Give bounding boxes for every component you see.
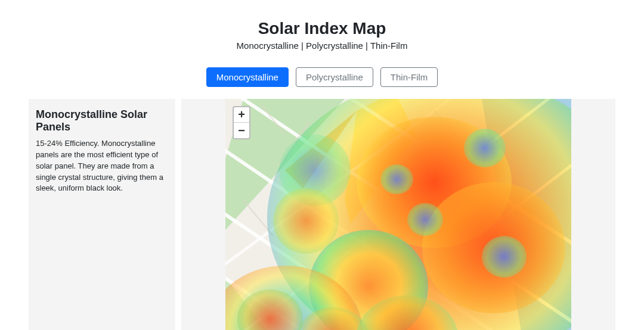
map-panel: + − — [181, 99, 615, 330]
zoom-in-button[interactable]: + — [234, 107, 249, 123]
tab-monocrystalline[interactable]: Monocrystalline — [206, 67, 289, 87]
heatmap-overlay — [225, 99, 571, 330]
heatmap-map[interactable]: + − — [225, 99, 571, 330]
page-title: Solar Index Map — [10, 19, 634, 38]
info-sidebar: Monocrystalline Solar Panels 15-24% Effi… — [29, 99, 175, 330]
zoom-out-button[interactable]: − — [234, 123, 249, 138]
tab-bar: Monocrystalline Polycrystalline Thin-Fil… — [0, 67, 644, 87]
zoom-control: + − — [233, 106, 250, 139]
sidebar-description: 15-24% Efficiency. Monocrystalline panel… — [36, 138, 168, 194]
tab-polycrystalline[interactable]: Polycrystalline — [296, 67, 373, 87]
tab-thin-film[interactable]: Thin-Film — [380, 67, 438, 87]
page-subtitle: Monocrystalline | Polycrystalline | Thin… — [10, 41, 634, 51]
sidebar-title: Monocrystalline Solar Panels — [36, 108, 168, 133]
